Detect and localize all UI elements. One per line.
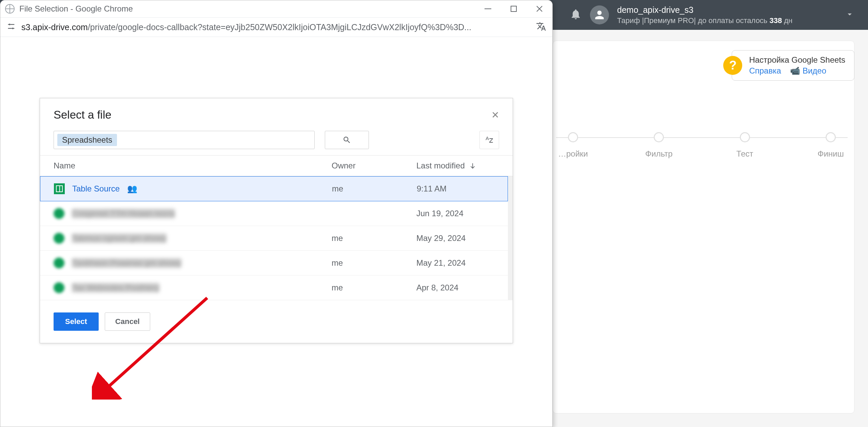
url-text[interactable]: s3.apix-drive.com/private/google-docs-ca… <box>21 22 531 32</box>
help-link-docs[interactable]: Справка <box>749 66 781 75</box>
help-link-video[interactable]: Видео <box>803 66 826 75</box>
file-modified: Jun 19, 2024 <box>416 209 494 218</box>
sheets-icon <box>54 258 64 268</box>
help-tooltip: ? Настройка Google Sheets Справка 📹 Виде… <box>732 50 854 81</box>
table-header: Name Owner Last modified <box>40 155 513 176</box>
file-row[interactable]: Tpobhasn Poaanas gm showy me May 21, 202… <box>40 251 508 276</box>
file-row[interactable]: Cosgeneii TTH Hoaan nocra Jun 19, 2024 <box>40 201 508 226</box>
help-icon[interactable]: ? <box>723 56 742 75</box>
window-controls <box>475 0 552 17</box>
progress-step: Тест <box>721 132 769 159</box>
url-bar[interactable]: s3.apix-drive.com/private/google-docs-ca… <box>0 17 552 37</box>
file-picker-dialog: Select a file ✕ Spreadsheets ᴬᴢ Name Own… <box>40 98 513 343</box>
help-title: Настройка Google Sheets <box>749 55 845 65</box>
file-owner: me <box>332 233 416 243</box>
svg-point-4 <box>9 24 11 25</box>
account-name: demo_apix-drive_s3 <box>617 5 837 15</box>
file-row[interactable]: Table Source 👥 me 9:11 AM <box>40 176 508 201</box>
picker-footer: Select Cancel <box>40 300 513 343</box>
search-button[interactable] <box>325 131 369 149</box>
maximize-button[interactable] <box>501 0 527 17</box>
file-modified: 9:11 AM <box>417 184 494 194</box>
globe-icon <box>5 4 15 14</box>
file-owner: me <box>332 184 417 194</box>
site-settings-icon[interactable] <box>6 22 16 33</box>
sheets-icon <box>54 233 64 244</box>
file-name: Tax Webnotes Posthlery <box>72 283 159 292</box>
help-links: Справка 📹 Видео <box>749 66 845 76</box>
main-panel <box>553 41 854 413</box>
file-list[interactable]: Table Source 👥 me 9:11 AM Cosgeneii TTH … <box>40 176 513 300</box>
file-name: Table Source <box>72 184 120 194</box>
chrome-titlebar: File Selection - Google Chrome <box>0 0 552 17</box>
col-header-modified[interactable]: Last modified <box>416 161 499 170</box>
close-button[interactable] <box>527 0 552 17</box>
bell-icon[interactable] <box>570 8 582 22</box>
progress-step: Фильтр <box>635 132 683 159</box>
cancel-button[interactable]: Cancel <box>105 312 150 331</box>
shared-icon: 👥 <box>127 184 137 194</box>
translate-icon[interactable] <box>536 21 546 33</box>
chrome-title: File Selection - Google Chrome <box>19 4 475 14</box>
filter-chip[interactable]: Spreadsheets <box>57 134 117 146</box>
file-modified: Apr 8, 2024 <box>416 283 494 292</box>
file-modified: May 29, 2024 <box>416 233 494 243</box>
select-button[interactable]: Select <box>54 312 99 331</box>
file-modified: May 21, 2024 <box>416 258 494 268</box>
progress-step: …ройки <box>549 132 597 159</box>
sheets-icon <box>54 208 64 219</box>
picker-toolbar: Spreadsheets ᴬᴢ <box>40 129 513 155</box>
video-icon: 📹 <box>790 66 803 75</box>
minimize-button[interactable] <box>475 0 501 17</box>
file-name: Cosgeneii TTH Hoaan nocra <box>72 209 175 218</box>
close-icon[interactable]: ✕ <box>491 109 499 121</box>
picker-header: Select a file ✕ <box>40 98 513 129</box>
file-row[interactable]: Tabmuo cgnom gm showy me May 29, 2024 <box>40 226 508 251</box>
filter-input[interactable]: Spreadsheets <box>54 131 315 149</box>
svg-rect-1 <box>511 6 516 12</box>
sort-button[interactable]: ᴬᴢ <box>479 131 499 149</box>
progress-steps: …ройки Фильтр Тест Финиш <box>549 132 854 159</box>
progress-step: Финиш <box>807 132 854 159</box>
file-name: Tpobhasn Poaanas gm showy <box>72 258 181 268</box>
col-header-name[interactable]: Name <box>54 161 332 170</box>
col-header-owner[interactable]: Owner <box>332 161 416 170</box>
file-row[interactable]: Tax Webnotes Posthlery me Apr 8, 2024 <box>40 276 508 300</box>
chevron-down-icon[interactable] <box>845 9 854 20</box>
chrome-window: File Selection - Google Chrome s3.apix-d… <box>0 0 553 427</box>
file-owner: me <box>332 258 416 268</box>
sheets-icon <box>54 183 65 194</box>
file-owner: me <box>332 283 416 292</box>
tariff-line: Тариф |Премиум PRO| до оплаты осталось 3… <box>617 16 837 25</box>
svg-point-7 <box>12 28 14 29</box>
avatar[interactable] <box>590 5 609 24</box>
file-name: Tabmuo cgnom gm showy <box>72 233 166 243</box>
picker-title: Select a file <box>54 108 112 121</box>
account-block: demo_apix-drive_s3 Тариф |Премиум PRO| д… <box>617 5 837 25</box>
chrome-content: Select a file ✕ Spreadsheets ᴬᴢ Name Own… <box>0 37 552 427</box>
sheets-icon <box>54 282 64 293</box>
